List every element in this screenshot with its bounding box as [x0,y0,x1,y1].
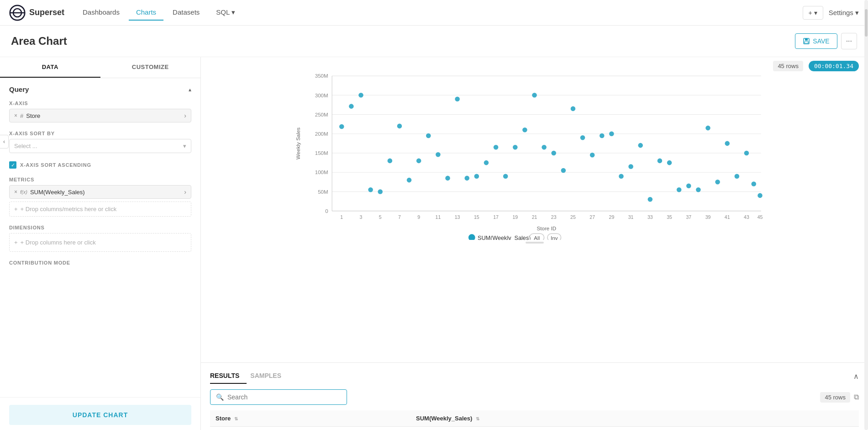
table-header-store[interactable]: Store ⇅ [210,410,410,427]
dimensions-drop-plus-icon: + [14,239,18,246]
svg-point-38 [474,174,479,179]
tab-data[interactable]: DATA [0,57,100,78]
svg-point-60 [686,184,691,189]
right-scrollbar[interactable] [864,57,868,430]
svg-point-42 [513,145,518,150]
top-nav-right: + ▾ Settings ▾ [803,6,859,20]
metric-pill[interactable]: × f(x) SUM(Weekly_Sales) › [9,185,191,199]
results-rows-badge: 45 rows [820,392,850,403]
svg-point-63 [715,180,720,185]
metrics-label: METRICS [9,177,191,182]
svg-point-26 [358,93,363,98]
svg-point-53 [619,174,624,179]
nav-links: Dashboards Charts Datasets SQL ▾ [75,5,242,21]
update-chart-button[interactable]: UPDATE CHART [9,405,191,425]
save-button[interactable]: SAVE [795,33,837,49]
svg-text:19: 19 [512,214,518,220]
tab-customize[interactable]: CUSTOMIZE [100,57,201,78]
chart-stats: 45 rows 00:00:01.34 [773,61,859,71]
svg-text:13: 13 [455,214,460,220]
results-header: RESULTS SAMPLES ∧ [201,363,868,389]
svg-text:15: 15 [474,214,479,220]
search-input[interactable] [227,393,341,401]
update-chart-container: UPDATE CHART [0,397,200,430]
right-panel: 45 rows 00:00:01.34 [201,57,868,430]
x-axis-sort-ascending-row: ✓ X-AXIS SORT ASCENDING [9,161,191,169]
svg-point-61 [696,187,701,192]
svg-text:350M: 350M [315,73,328,79]
nav-dashboards[interactable]: Dashboards [75,5,127,21]
metric-remove-icon[interactable]: × [14,189,17,195]
sort-icon-store[interactable]: ⇅ [234,416,238,421]
x-axis-sort-placeholder: Select ... [14,143,37,149]
dimensions-group: DIMENSIONS + + Drop columns here or clic… [9,225,191,252]
svg-text:250M: 250M [315,111,328,117]
svg-point-57 [658,159,663,164]
x-axis-group: X-AXIS × # Store › [9,101,191,122]
panel-content: Query ▴ X-AXIS × # Store › X-AXIS SORT B… [0,78,200,397]
metrics-drop-plus-icon: + [14,206,18,212]
rows-right: 45 rows ⧉ [820,392,859,403]
svg-point-30 [397,124,402,129]
collapse-results-button[interactable]: ∧ [853,372,859,381]
more-options-button[interactable]: ··· [841,33,857,49]
settings-button[interactable]: Settings ▾ [829,9,859,17]
svg-text:All: All [534,235,540,240]
x-axis-sort-label: X-AXIS SORT BY [9,131,191,136]
svg-text:300M: 300M [315,92,328,98]
svg-text:7: 7 [398,214,401,220]
x-axis-expand-icon[interactable]: › [184,112,186,119]
metrics-drop-area[interactable]: + + Drop columns/metrics here or click [9,202,191,217]
checkbox-check-icon: ✓ [11,162,15,168]
svg-point-48 [571,106,576,111]
svg-text:37: 37 [686,214,691,220]
x-axis-type-icon: # [20,112,23,119]
add-button[interactable]: + ▾ [803,6,823,20]
svg-point-35 [445,176,450,181]
x-axis-sort-ascending-checkbox[interactable]: ✓ [9,161,16,169]
table-header-sum[interactable]: SUM(Weekly_Sales) ⇅ [410,410,859,427]
dimensions-drop-area[interactable]: + + Drop columns here or click [9,233,191,252]
x-axis-sort-dropdown-icon: ▾ [183,143,186,149]
svg-point-64 [725,141,730,146]
svg-point-62 [705,126,710,131]
sort-icon-sum[interactable]: ⇅ [476,416,479,421]
svg-text:43: 43 [744,214,749,220]
svg-point-32 [416,159,421,164]
svg-rect-5 [805,42,808,43]
svg-text:21: 21 [532,214,537,220]
svg-point-34 [436,152,441,157]
svg-text:150M: 150M [315,150,328,156]
svg-point-33 [426,133,431,138]
x-axis-label: X-AXIS [9,101,191,106]
svg-point-29 [388,159,393,164]
tab-results[interactable]: RESULTS [210,368,247,384]
svg-point-40 [494,145,499,150]
metric-expand-icon[interactable]: › [184,188,186,196]
search-input-wrap[interactable]: 🔍 [210,389,347,405]
svg-point-36 [455,97,460,102]
dimensions-drop-label: + Drop columns here or click [21,239,96,246]
results-tabs: RESULTS SAMPLES [210,368,292,384]
svg-point-25 [349,104,354,109]
x-axis-pill[interactable]: × # Store › [9,109,191,122]
svg-point-94 [468,234,475,240]
svg-text:35: 35 [667,214,672,220]
svg-point-43 [522,127,527,133]
svg-point-37 [464,176,469,181]
svg-point-59 [677,187,682,192]
tab-samples[interactable]: SAMPLES [250,368,289,384]
svg-text:39: 39 [705,214,711,220]
svg-point-55 [638,143,643,148]
nav-datasets[interactable]: Datasets [165,5,207,21]
collapse-panel-button[interactable]: ‹ [0,135,9,149]
query-collapse-button[interactable]: ▴ [189,86,191,93]
results-section: RESULTS SAMPLES ∧ 🔍 45 rows ⧉ [201,362,868,430]
x-axis-remove-icon[interactable]: × [14,112,17,119]
x-axis-sort-select[interactable]: Select ... ▾ [9,139,191,153]
nav-sql[interactable]: SQL ▾ [209,5,242,21]
copy-icon[interactable]: ⧉ [854,393,859,401]
chart-rows-badge: 45 rows [773,61,803,71]
svg-text:29: 29 [609,214,615,220]
nav-charts[interactable]: Charts [129,5,163,21]
